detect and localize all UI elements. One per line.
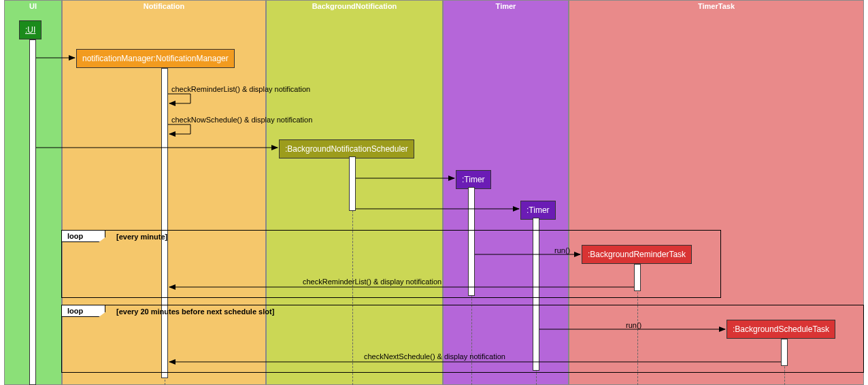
lane-ui-title: UI [5, 1, 61, 12]
lane-notification-title: Notification [63, 1, 265, 12]
object-notification-manager: notificationManager:NotificationManager [76, 49, 235, 68]
lane-timertask-title: TimerTask [569, 1, 863, 12]
msg-run-2: run() [626, 321, 641, 329]
object-bg-notif-scheduler: :BackgroundNotificationScheduler [279, 139, 414, 158]
msg-check-reminder-list-1: checkReminderList() & display notificati… [171, 85, 310, 93]
fragment-loop-1-label: loop [61, 230, 105, 242]
object-ui: :UI [19, 20, 41, 39]
msg-check-now-schedule: checkNowSchedule() & display notificatio… [171, 116, 312, 124]
lane-timer-title: Timer [444, 1, 568, 12]
activation-ui [29, 39, 36, 385]
fragment-loop-2-cond: [every 20 minutes before next schedule s… [116, 307, 274, 316]
fragment-loop-2: loop [every 20 minutes before next sched… [61, 305, 864, 373]
msg-check-next-schedule: checkNextSchedule() & display notificati… [364, 352, 505, 361]
msg-check-reminder-list-2: checkReminderList() & display notificati… [303, 278, 441, 286]
object-timer-2: :Timer [520, 201, 556, 220]
fragment-loop-2-label: loop [61, 305, 105, 317]
activation-bns [349, 156, 356, 211]
msg-run-1: run() [554, 246, 570, 254]
object-timer-1: :Timer [456, 170, 491, 189]
fragment-loop-1-cond: [every minute] [116, 233, 167, 241]
fragment-loop-1: loop [every minute] [61, 230, 721, 298]
lane-bgnotif-title: BackgroundNotification [267, 1, 442, 12]
